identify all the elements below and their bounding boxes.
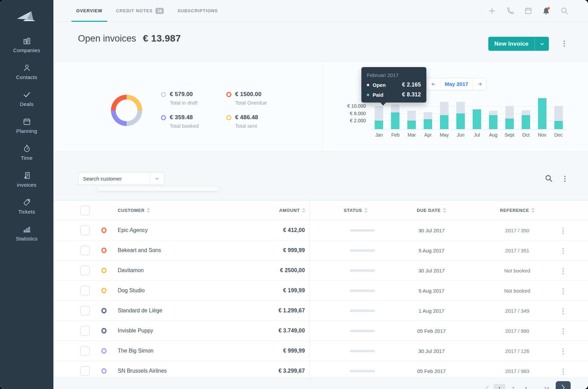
column-header-amount[interactable]: AMOUNT xyxy=(224,201,305,220)
next-month-button[interactable] xyxy=(473,78,486,90)
x-axis-label: Jul xyxy=(469,129,485,138)
selected-month-label[interactable]: May 2017 xyxy=(440,78,473,90)
row-actions-kebab[interactable] xyxy=(562,287,565,295)
add-icon[interactable] xyxy=(488,6,496,15)
reference: 2017 / 351 xyxy=(490,240,544,260)
calendar-icon[interactable] xyxy=(524,6,533,15)
page-1[interactable]: 1 xyxy=(494,384,505,389)
sidebar-item-label: Contacts xyxy=(16,74,37,80)
tab-credit-notes[interactable]: CREDIT NOTES18 xyxy=(111,0,168,21)
new-invoice-button[interactable]: New Invoice xyxy=(488,37,549,51)
row-actions-kebab[interactable] xyxy=(562,308,565,315)
column-header-due-date[interactable]: DUE DATE xyxy=(404,201,459,220)
sidebar-item-time[interactable]: Time xyxy=(0,144,53,171)
sidebar-item-invoices[interactable]: invoices xyxy=(0,171,53,198)
row-actions-kebab[interactable] xyxy=(562,348,565,355)
row-actions-kebab[interactable] xyxy=(562,267,565,275)
row-actions-kebab[interactable] xyxy=(562,227,565,235)
customer-name[interactable]: Bekeart and Sons xyxy=(118,240,161,260)
bar-oct[interactable] xyxy=(518,62,534,129)
tab-subscriptions[interactable]: SUBSCRIPTIONS xyxy=(173,0,223,21)
search-filter-dropdown[interactable] xyxy=(150,172,164,185)
sidebar-item-companies[interactable]: Companies xyxy=(0,36,53,63)
x-axis-label: May xyxy=(436,129,453,138)
bar-jul[interactable] xyxy=(469,62,485,129)
due-date: 30 Jul 2017 xyxy=(404,220,459,240)
row-checkbox[interactable] xyxy=(80,286,90,295)
row-actions-kebab[interactable] xyxy=(562,247,565,255)
row-actions-kebab[interactable] xyxy=(562,368,565,375)
tab-overview[interactable]: OVERVIEW xyxy=(71,0,107,21)
open-segment xyxy=(522,110,530,115)
page-24[interactable]: 24 xyxy=(542,384,551,389)
companies-icon xyxy=(22,36,31,45)
page-title: Open invoices xyxy=(78,33,136,44)
payment-progress-bar xyxy=(350,341,375,361)
previous-page-chevron[interactable] xyxy=(484,384,491,389)
page-3[interactable]: 3 xyxy=(521,384,530,389)
customer-name[interactable]: Epic Agency xyxy=(118,220,148,240)
phone-icon[interactable] xyxy=(506,6,514,15)
customer-name[interactable]: The Big Simon xyxy=(118,341,153,361)
open-segment xyxy=(407,111,416,121)
paid-segment xyxy=(391,112,399,129)
due-date: 5 Aug 2017 xyxy=(404,281,459,300)
legend-item: € 359.48 Total booked xyxy=(161,114,226,137)
customer-name[interactable]: Standard de Liège xyxy=(118,301,162,321)
row-checkbox[interactable] xyxy=(80,266,90,275)
bar-nov[interactable] xyxy=(534,62,550,129)
row-checkbox[interactable] xyxy=(80,366,90,376)
pagination: 12324 xyxy=(484,381,571,389)
bar-dec[interactable] xyxy=(550,62,567,129)
table-row: Dog Studio € 199,99 5 Aug 2017 Not booke… xyxy=(53,281,588,301)
select-all-checkbox[interactable] xyxy=(80,206,90,215)
row-checkbox[interactable] xyxy=(80,326,90,336)
row-checkbox[interactable] xyxy=(80,246,90,255)
open-segment xyxy=(424,112,432,119)
sidebar-item-contacts[interactable]: Contacts xyxy=(0,63,53,90)
bar-aug[interactable] xyxy=(485,62,501,129)
x-axis-label: Jun xyxy=(453,129,469,138)
previous-month-button[interactable] xyxy=(427,78,440,90)
header-actions-kebab[interactable] xyxy=(562,39,566,48)
bar-may[interactable] xyxy=(436,62,453,129)
bar-jun[interactable] xyxy=(453,62,469,129)
column-header-customer[interactable]: CUSTOMER xyxy=(118,201,150,220)
table-search-icon[interactable] xyxy=(544,174,553,183)
sidebar-item-label: Planning xyxy=(16,128,37,134)
sidebar-item-label: Time xyxy=(21,155,32,161)
open-segment xyxy=(554,106,563,121)
customer-name[interactable]: Dog Studio xyxy=(118,281,145,300)
bar-sept[interactable] xyxy=(501,62,518,129)
tooltip-rows: Open € 2.165 Paid € 8.312 xyxy=(367,82,421,98)
column-header-reference[interactable]: REFERENCE xyxy=(490,201,544,220)
table-actions-kebab[interactable] xyxy=(563,174,567,183)
reference: Not booked xyxy=(490,261,544,280)
tabs: OVERVIEWCREDIT NOTES18SUBSCRIPTIONS xyxy=(71,0,227,21)
tooltip-series-value: € 8.312 xyxy=(402,92,421,98)
column-header-status[interactable]: STATUS xyxy=(332,201,379,220)
next-page-button[interactable] xyxy=(556,381,571,389)
sidebar-item-tickets[interactable]: Tickets xyxy=(0,198,53,224)
legend-value: € 579.00 xyxy=(170,91,198,98)
customer-name[interactable]: Davitamon xyxy=(118,261,144,280)
page-header: Open invoices € 13.987 New Invoice xyxy=(53,21,588,61)
chevron-left-icon xyxy=(485,385,489,389)
legend-label: Total booked xyxy=(170,123,199,129)
sidebar-item-deals[interactable]: Deals xyxy=(0,90,53,117)
search-icon[interactable] xyxy=(560,6,569,15)
paid-segment xyxy=(473,109,481,129)
page-2[interactable]: 2 xyxy=(508,384,518,389)
customer-name[interactable]: Invisble Puppy xyxy=(118,321,153,341)
bell-icon[interactable] xyxy=(542,6,551,15)
app-logo[interactable] xyxy=(16,8,37,24)
row-actions-kebab[interactable] xyxy=(562,328,565,335)
sidebar-item-statistics[interactable]: Statistics xyxy=(0,224,53,251)
row-checkbox[interactable] xyxy=(80,346,90,356)
new-invoice-dropdown[interactable] xyxy=(535,37,549,51)
panel-divider xyxy=(323,62,323,151)
search-customer-input[interactable] xyxy=(79,172,150,185)
sidebar-item-planning[interactable]: Planning xyxy=(0,117,53,144)
row-checkbox[interactable] xyxy=(80,306,90,315)
row-checkbox[interactable] xyxy=(80,225,90,235)
